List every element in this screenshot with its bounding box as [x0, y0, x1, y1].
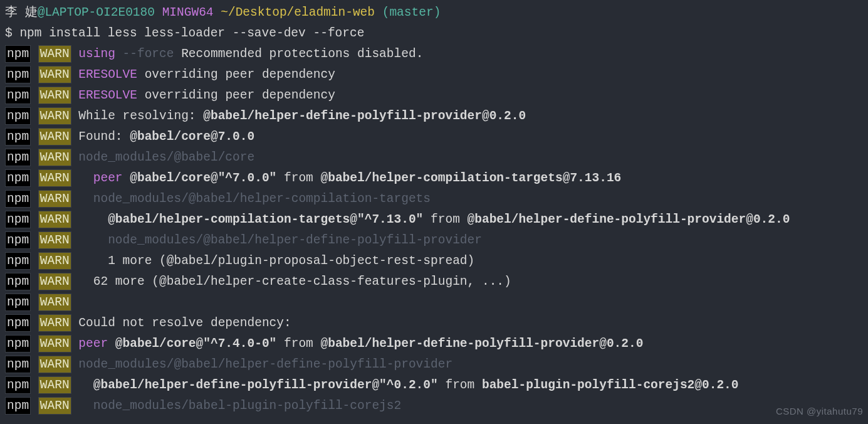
tag-npm: npm: [5, 107, 31, 125]
watermark: CSDN @yitahutu79: [776, 401, 863, 421]
tag-warn: WARN: [38, 335, 71, 352]
tag-npm: npm: [5, 335, 31, 352]
tag-warn: WARN: [38, 376, 71, 394]
tag-npm: npm: [5, 273, 31, 290]
log-text: overriding peer dependency: [137, 68, 335, 82]
log-text: @babel/helper-define-polyfill-provider@0…: [321, 337, 644, 351]
log-text: from: [438, 378, 482, 392]
log-text: @babel/helper-define-polyfill-provider@0…: [203, 109, 526, 123]
log-line: npm WARN node_modules/babel-plugin-polyf…: [5, 396, 863, 416]
tag-warn: WARN: [38, 87, 71, 104]
tag-warn: WARN: [38, 211, 71, 228]
log-line: npm WARN node_modules/@babel/helper-defi…: [5, 230, 863, 251]
log-text: [123, 171, 130, 185]
log-line: npm WARN ERESOLVE overriding peer depend…: [5, 85, 863, 106]
tag-npm: npm: [5, 231, 31, 249]
log-text: 1 more (@babel/plugin-proposal-object-re…: [78, 254, 474, 268]
prompt-host: @LAPTOP-OI2E0180: [38, 6, 155, 19]
tag-warn: WARN: [38, 107, 71, 125]
tag-npm: npm: [5, 376, 31, 394]
log-line: npm WARN peer @babel/core@"^7.4.0-0" fro…: [5, 334, 863, 354]
log-line: npm WARN Could not resolve dependency:: [5, 313, 863, 334]
log-line: npm WARN: [5, 292, 863, 313]
tag-npm: npm: [5, 45, 31, 63]
log-text: overriding peer dependency: [137, 88, 335, 102]
log-text: @babel/helper-compilation-targets@7.13.1…: [321, 171, 622, 185]
terminal-prompt: 李 婕@LAPTOP-OI2E0180 MINGW64 ~/Desktop/el…: [5, 3, 863, 23]
log-line: npm WARN node_modules/@babel/core: [5, 147, 863, 168]
log-text: @babel/helper-define-polyfill-provider@0…: [468, 213, 790, 226]
log-text: [108, 337, 115, 351]
tag-npm: npm: [5, 211, 31, 228]
log-line: npm WARN @babel/helper-define-polyfill-p…: [5, 375, 863, 396]
log-text: @babel/core@7.0.0: [130, 130, 254, 144]
tag-warn: WARN: [38, 169, 71, 187]
tag-npm: npm: [5, 149, 31, 166]
log-text: node_modules/@babel/helper-define-polyfi…: [78, 233, 482, 247]
log-text: using: [78, 47, 115, 61]
log-line: npm WARN While resolving: @babel/helper-…: [5, 106, 863, 127]
log-text: @babel/core@"^7.4.0-0": [115, 337, 276, 351]
log-text: Could not resolve dependency:: [78, 316, 291, 330]
tag-warn: WARN: [38, 231, 71, 249]
tag-npm: npm: [5, 190, 31, 208]
log-text: Found:: [78, 130, 130, 144]
tag-warn: WARN: [38, 294, 71, 311]
tag-warn: WARN: [38, 66, 71, 83]
log-text: node_modules/babel-plugin-polyfill-corej…: [78, 399, 401, 413]
tag-warn: WARN: [38, 314, 71, 332]
prompt-branch: (master): [375, 6, 441, 19]
prompt-path: ~/Desktop/eladmin-web: [214, 6, 375, 19]
log-text: from: [276, 171, 320, 185]
log-text: ERESOLVE: [78, 68, 137, 82]
log-text: [115, 47, 123, 61]
log-line: npm WARN peer @babel/core@"^7.0.0" from …: [5, 168, 863, 189]
tag-warn: WARN: [38, 252, 71, 270]
log-text: [78, 378, 93, 392]
log-line: npm WARN ERESOLVE overriding peer depend…: [5, 65, 863, 85]
log-text: babel-plugin-polyfill-corejs2@0.2.0: [482, 378, 739, 392]
log-text: While resolving:: [78, 109, 203, 123]
tag-warn: WARN: [38, 45, 71, 63]
log-text: @babel/helper-compilation-targets@"^7.13…: [108, 213, 423, 226]
log-line: npm WARN 1 more (@babel/plugin-proposal-…: [5, 251, 863, 272]
log-line: npm WARN node_modules/@babel/helper-defi…: [5, 354, 863, 375]
tag-warn: WARN: [38, 149, 71, 166]
tag-npm: npm: [5, 397, 31, 415]
tag-warn: WARN: [38, 190, 71, 208]
log-text: node_modules/@babel/helper-compilation-t…: [78, 192, 431, 206]
prompt-env: MINGW64: [155, 6, 214, 19]
tag-npm: npm: [5, 128, 31, 146]
log-text: --force: [123, 47, 174, 61]
log-text: ERESOLVE: [78, 88, 137, 102]
log-text: @babel/core@"^7.0.0": [130, 171, 276, 185]
log-line: npm WARN @babel/helper-compilation-targe…: [5, 209, 863, 230]
log-text: from: [276, 337, 320, 351]
tag-npm: npm: [5, 294, 31, 311]
log-line: npm WARN Found: @babel/core@7.0.0: [5, 127, 863, 147]
log-text: from: [423, 213, 467, 226]
tag-warn: WARN: [38, 356, 71, 373]
tag-warn: WARN: [38, 128, 71, 146]
tag-npm: npm: [5, 314, 31, 332]
terminal-output: npm WARN using --force Recommended prote…: [5, 44, 863, 416]
log-text: node_modules/@babel/helper-define-polyfi…: [78, 358, 452, 371]
log-text: peer: [78, 337, 108, 351]
log-text: [78, 171, 93, 185]
log-text: node_modules/@babel/core: [78, 151, 254, 164]
prompt-user: 李 婕: [5, 6, 38, 19]
log-text: 62 more (@babel/helper-create-class-feat…: [78, 275, 511, 289]
tag-warn: WARN: [38, 397, 71, 415]
log-line: npm WARN 62 more (@babel/helper-create-c…: [5, 272, 863, 292]
log-text: Recommended protections disabled.: [174, 47, 423, 61]
tag-npm: npm: [5, 87, 31, 104]
log-line: npm WARN using --force Recommended prote…: [5, 44, 863, 65]
log-text: peer: [93, 171, 123, 185]
tag-warn: WARN: [38, 273, 71, 290]
terminal-command[interactable]: $ npm install less less-loader --save-de…: [5, 23, 863, 44]
tag-npm: npm: [5, 356, 31, 373]
tag-npm: npm: [5, 66, 31, 83]
log-text: [78, 213, 108, 226]
tag-npm: npm: [5, 169, 31, 187]
log-text: @babel/helper-define-polyfill-provider@"…: [93, 378, 438, 392]
